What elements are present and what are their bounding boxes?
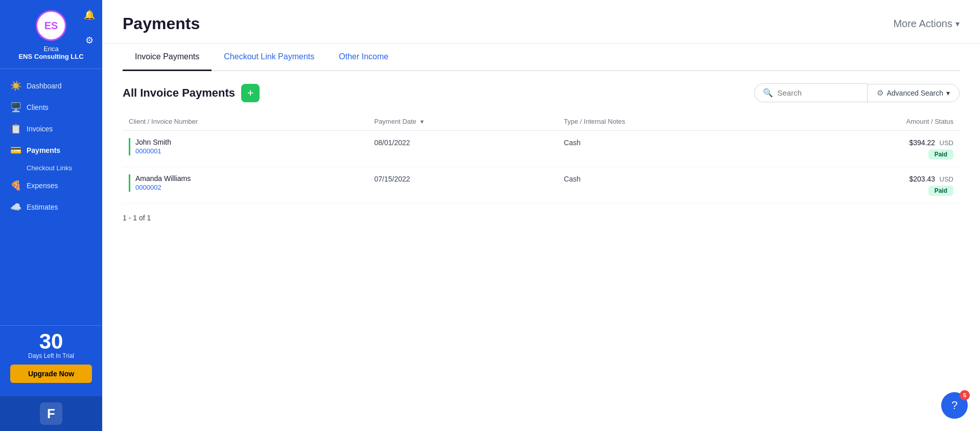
search-input-wrap: 🔍 — [754, 83, 867, 102]
avatar-wrap: ES — [36, 10, 66, 41]
amount-cell: $203.43 USD Paid — [780, 167, 960, 203]
user-company: ENS Consulting LLC — [18, 53, 83, 60]
page-title: Payments — [123, 14, 200, 33]
currency-label: USD — [940, 175, 953, 183]
col-amount: Amount / Status — [780, 112, 960, 131]
payments-table: Client / Invoice Number Payment Date ▼ T… — [123, 112, 960, 203]
settings-icon[interactable]: ⚙ — [83, 34, 96, 47]
payment-type: Cash — [564, 175, 581, 183]
notification-icon[interactable]: 🔔 — [83, 8, 96, 21]
trial-text: Days Left In Trial — [0, 352, 102, 359]
sidebar-item-invoices[interactable]: 📋 Invoices — [0, 118, 102, 140]
trial-section: 30 Days Left In Trial Upgrade Now — [0, 325, 102, 396]
add-payment-button[interactable]: + — [241, 84, 260, 102]
chat-icon: ? — [951, 399, 958, 412]
sidebar-item-checkout-links-label: Checkout Links — [27, 164, 72, 172]
sidebar-item-clients-label: Clients — [27, 103, 49, 111]
tabs: Invoice Payments Checkout Link Payments … — [123, 44, 960, 71]
sidebar: ES 🔔 ⚙ Erica ENS Consulting LLC ☀️ Dashb… — [0, 0, 102, 431]
amount-cell: $394.22 USD Paid — [780, 131, 960, 167]
row-bar: John Smith 0000001 — [129, 138, 362, 155]
clients-icon: 🖥️ — [10, 102, 21, 113]
table-title: All Invoice Payments — [123, 86, 235, 100]
invoice-link[interactable]: 0000002 — [135, 184, 161, 191]
client-name: John Smith — [135, 138, 362, 146]
estimates-icon: ☁️ — [10, 201, 21, 213]
payment-date: 08/01/2022 — [374, 139, 410, 147]
chat-button[interactable]: ? 5 — [941, 392, 968, 419]
tab-invoice-payments[interactable]: Invoice Payments — [123, 44, 212, 71]
sidebar-item-payments[interactable]: 💳 Payments — [0, 140, 102, 161]
invoice-link[interactable]: 0000001 — [135, 147, 161, 155]
status-badge: Paid — [928, 186, 953, 196]
dashboard-icon: ☀️ — [10, 80, 21, 92]
sidebar-top: ES 🔔 ⚙ Erica ENS Consulting LLC — [0, 10, 102, 69]
sort-icon: ▼ — [419, 119, 425, 125]
main-content: Payments More Actions ▾ Invoice Payments… — [102, 0, 980, 431]
search-group: 🔍 ⚙ Advanced Search ▾ — [754, 83, 960, 102]
avatar: ES — [36, 10, 66, 41]
table-header-row: All Invoice Payments + 🔍 ⚙ Advanced Sear… — [123, 83, 960, 102]
upgrade-now-button[interactable]: Upgrade Now — [10, 365, 92, 383]
sidebar-item-clients[interactable]: 🖥️ Clients — [0, 97, 102, 118]
pagination: 1 - 1 of 1 — [123, 214, 960, 222]
status-badge: Paid — [928, 149, 953, 160]
advanced-search-label: Advanced Search — [886, 89, 943, 97]
table-title-group: All Invoice Payments + — [123, 84, 260, 102]
chat-count: 5 — [960, 390, 970, 400]
table-row: Amanda Williams 0000002 07/15/2022 Cash … — [123, 167, 960, 203]
trial-days: 30 — [0, 331, 102, 352]
user-name: Erica — [43, 45, 59, 53]
filter-icon: ⚙ — [877, 88, 883, 98]
amount-value: $203.43 — [909, 175, 935, 183]
table-row: John Smith 0000001 08/01/2022 Cash $394.… — [123, 131, 960, 167]
tab-checkout-link-payments[interactable]: Checkout Link Payments — [212, 44, 326, 71]
row-bar: Amanda Williams 0000002 — [129, 174, 362, 192]
main-content-area: Invoice Payments Checkout Link Payments … — [102, 44, 980, 242]
freshbooks-logo-icon: F — [40, 402, 62, 425]
advanced-search-button[interactable]: ⚙ Advanced Search ▾ — [867, 84, 960, 102]
col-client: Client / Invoice Number — [123, 112, 368, 131]
sidebar-item-expenses[interactable]: 🍕 Expenses — [0, 175, 102, 196]
expenses-icon: 🍕 — [10, 180, 21, 191]
sidebar-item-dashboard-label: Dashboard — [27, 82, 62, 90]
more-actions-button[interactable]: More Actions ▾ — [893, 18, 960, 30]
sidebar-nav: ☀️ Dashboard 🖥️ Clients 📋 Invoices 💳 Pay… — [0, 69, 102, 325]
sidebar-item-invoices-label: Invoices — [27, 125, 53, 133]
search-icon: 🔍 — [763, 88, 773, 98]
invoices-icon: 📋 — [10, 123, 21, 134]
sidebar-item-payments-label: Payments — [27, 146, 60, 154]
sidebar-item-expenses-label: Expenses — [27, 182, 58, 190]
search-input[interactable] — [777, 88, 859, 97]
client-name: Amanda Williams — [135, 174, 362, 183]
sidebar-item-checkout-links[interactable]: Checkout Links — [0, 161, 102, 175]
sidebar-logo: F — [0, 396, 102, 431]
payments-icon: 💳 — [10, 145, 21, 156]
more-actions-label: More Actions — [893, 18, 952, 30]
chevron-down-icon: ▾ — [955, 19, 960, 29]
payment-date: 07/15/2022 — [374, 175, 410, 183]
amount-value: $394.22 — [909, 139, 935, 147]
sidebar-item-estimates[interactable]: ☁️ Estimates — [0, 196, 102, 218]
sidebar-item-dashboard[interactable]: ☀️ Dashboard — [0, 75, 102, 97]
col-payment-date[interactable]: Payment Date ▼ — [368, 112, 557, 131]
sidebar-item-estimates-label: Estimates — [27, 203, 58, 211]
col-type: Type / Internal Notes — [558, 112, 780, 131]
main-header: Payments More Actions ▾ — [102, 0, 980, 44]
tab-other-income[interactable]: Other Income — [326, 44, 401, 71]
payment-type: Cash — [564, 139, 581, 147]
chevron-down-icon: ▾ — [946, 89, 950, 97]
chat-badge-wrap: ? 5 — [941, 392, 968, 419]
currency-label: USD — [940, 139, 953, 147]
